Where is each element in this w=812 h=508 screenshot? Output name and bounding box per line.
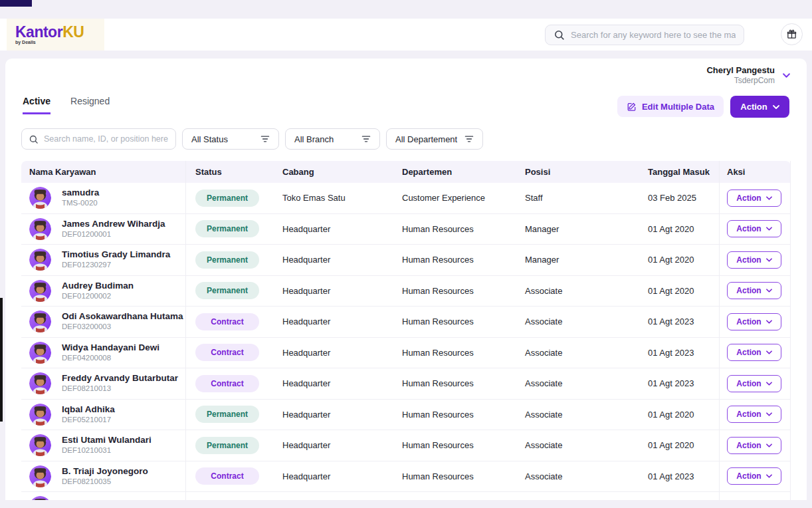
global-search[interactable] (545, 25, 744, 45)
row-action-button[interactable]: Action (727, 344, 781, 361)
main-content-card: Cheryl Pangestu TsderpCom Active Resigne… (5, 59, 807, 500)
posisi-cell: Associate (516, 307, 639, 337)
screen-edge-artifact-top (0, 0, 32, 7)
chevron-down-icon (766, 444, 772, 447)
employee-avatar (29, 342, 51, 364)
employee-avatar (29, 434, 51, 456)
employee-name: samudra (62, 188, 99, 198)
chevron-down-icon (766, 474, 772, 478)
employee-tabs: Active Resigned (23, 96, 110, 114)
edit-icon (627, 102, 637, 112)
row-action-button[interactable]: Action (727, 190, 781, 207)
row-action-label: Action (736, 379, 761, 388)
departemen-cell: Human Resources (393, 338, 516, 368)
column-header: Status (186, 161, 273, 183)
tab-active[interactable]: Active (23, 96, 51, 114)
employee-id: DEF10210031 (62, 445, 152, 455)
row-action-label: Action (736, 224, 761, 233)
brand-wordmark: KantorKU (15, 25, 104, 39)
brand-logo[interactable]: KantorKU by Dealls (7, 19, 104, 51)
cabang-cell: Headquarter (273, 368, 393, 399)
employee-id: DEF03200003 (62, 322, 183, 332)
posisi-cell: Associate (516, 368, 639, 399)
row-action-label: Action (736, 193, 761, 203)
departemen-cell: Human Resources (393, 214, 516, 245)
column-header: Tanggal Masuk (639, 161, 719, 183)
edit-multiple-data-button[interactable]: Edit Multiple Data (617, 96, 724, 117)
cabang-cell: Headquarter (273, 245, 393, 275)
user-profile-menu[interactable]: Cheryl Pangestu TsderpCom (706, 65, 790, 86)
employee-table: Nama Karyawan Status Cabang Departemen P… (21, 161, 791, 500)
employee-avatar (29, 372, 51, 394)
table-body: samudra TMS-0020 Permanent Toko Emas Sat… (21, 183, 791, 500)
filter-all-status[interactable]: All Status (182, 128, 279, 150)
chevron-down-icon (783, 73, 790, 78)
row-action-button[interactable]: Action (727, 375, 781, 392)
employee-name: Audrey Budiman (62, 281, 134, 291)
chevron-down-icon (766, 382, 772, 386)
filter-lines-icon (464, 135, 474, 143)
employee-id: DEF05210017 (62, 415, 115, 425)
table-header-row: Nama Karyawan Status Cabang Departemen P… (21, 161, 791, 183)
tanggal-masuk-cell: 03 Feb 2025 (639, 183, 719, 213)
employee-name: B. Triaji Joyonegoro (62, 466, 148, 477)
row-action-button[interactable]: Action (727, 467, 781, 485)
filter-all-departement[interactable]: All Departement (386, 128, 483, 150)
chevron-down-icon (766, 289, 772, 293)
row-action-label: Action (736, 348, 761, 357)
employee-id: DEF04200008 (62, 353, 159, 363)
tanggal-masuk-cell (639, 492, 719, 500)
chevron-down-icon (766, 350, 772, 354)
cabang-cell: Headquarter (273, 276, 393, 307)
departemen-cell: Human Resources (393, 307, 516, 337)
employee-avatar (29, 496, 51, 500)
row-action-button[interactable]: Action (727, 282, 781, 299)
row-action-button[interactable]: Action (727, 220, 781, 237)
global-search-input[interactable] (571, 30, 736, 40)
column-header: Aksi (719, 161, 791, 183)
employee-avatar (29, 218, 51, 240)
tab-resigned[interactable]: Resigned (70, 96, 110, 114)
posisi-cell: Associate (516, 276, 639, 307)
table-row: Freddy Arvandy Butarbutar DEF08210013 Co… (21, 368, 791, 400)
posisi-cell (516, 492, 639, 500)
cabang-cell: Toko Emas Satu (273, 183, 393, 213)
action-button[interactable]: Action (730, 96, 789, 118)
row-action-button[interactable]: Action (727, 437, 781, 454)
employee-name: Freddy Arvandy Butarbutar (62, 373, 178, 384)
row-action-button[interactable]: Action (727, 313, 781, 330)
cabang-cell: Headquarter (273, 400, 393, 430)
cabang-cell: Headquarter (273, 214, 393, 245)
column-header: Nama Karyawan (21, 161, 186, 183)
filter-all-branch[interactable]: All Branch (285, 128, 380, 150)
departemen-cell: Human Resources (393, 400, 516, 430)
tanggal-masuk-cell: 01 Agt 2020 (639, 245, 719, 275)
screen-edge-artifact-left (0, 298, 3, 422)
table-search[interactable] (21, 128, 176, 150)
departemen-cell: Human Resources (393, 461, 516, 492)
employee-avatar (29, 465, 51, 487)
table-search-input[interactable] (44, 134, 169, 144)
row-action-button[interactable]: Action (727, 251, 781, 269)
tanggal-masuk-cell: 01 Agt 2020 (639, 430, 719, 461)
employee-id: DEF01230297 (62, 260, 170, 270)
cabang-cell: Headquarter (273, 307, 393, 337)
table-row: Odi Asokawardhana Hutama DEF03200003 Con… (21, 307, 791, 338)
table-row: samudra TMS-0020 Permanent Toko Emas Sat… (21, 183, 791, 214)
status-badge: Permanent (195, 251, 259, 269)
gift-button[interactable] (781, 23, 803, 45)
toolbar: Edit Multiple Data Action (617, 96, 789, 118)
row-action-button[interactable]: Action (727, 406, 781, 423)
posisi-cell: Associate (516, 338, 639, 368)
employee-id: DEF08210013 (62, 384, 178, 394)
employee-avatar (29, 404, 51, 426)
status-badge: Permanent (195, 220, 259, 237)
employee-id: TMS-0020 (62, 198, 99, 208)
posisi-cell: Associate (516, 400, 639, 430)
cabang-cell (273, 492, 393, 500)
tanggal-masuk-cell: 01 Agt 2023 (639, 461, 719, 492)
table-row: Iqbal Adhika DEF05210017 Permanent Headq… (21, 400, 791, 431)
table-row: Timotius Grady Limandra DEF01230297 Perm… (21, 245, 791, 276)
profile-company: TsderpCom (706, 76, 775, 86)
posisi-cell: Manager (516, 245, 639, 275)
